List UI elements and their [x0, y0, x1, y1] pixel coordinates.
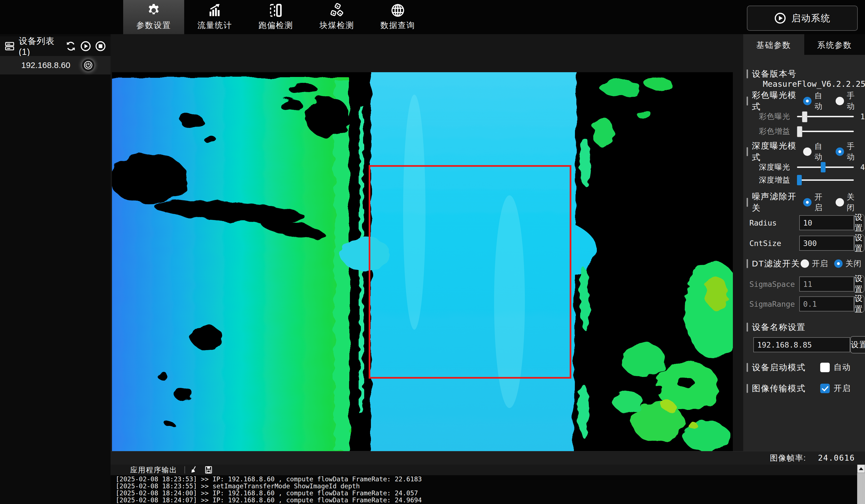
deviation-icon — [268, 3, 283, 17]
section-heading: 设备名称设置 — [747, 321, 806, 333]
slider-value: 400 — [858, 163, 865, 172]
radio-noise-on[interactable] — [803, 198, 811, 207]
slider-handle[interactable] — [821, 162, 826, 172]
slider-label: 深度曝光 — [759, 162, 793, 172]
transfer-mode-row: 图像传输模式 开启 — [747, 382, 862, 395]
toolbar-tab-label: 块煤检测 — [320, 20, 354, 31]
dt-filter-row: DT滤波开关 开启 关闭 — [747, 257, 862, 270]
device-power-button[interactable] — [82, 59, 94, 71]
color-exposure-mode-group: 自动 手动 — [803, 90, 862, 112]
radio-depth-manual[interactable] — [835, 148, 844, 156]
depth-exposure-mode-row: 深度曝光模式 自动 手动 — [747, 145, 862, 158]
color-exposure-slider[interactable] — [797, 111, 854, 122]
toolbar-tab-coal-detect[interactable]: 块煤检测 — [306, 0, 367, 34]
radio-label: 手动 — [847, 90, 862, 112]
radius-input[interactable] — [799, 215, 854, 230]
log-line: [2025-02-08 18:24:07] >> IP: 192.168.8.6… — [116, 497, 854, 504]
device-row[interactable]: 192.168.8.60 — [0, 56, 111, 74]
section-heading: 彩色曝光模式 — [747, 90, 803, 113]
save-icon — [204, 466, 213, 474]
sigma-space-set-button[interactable]: 设置 — [854, 276, 864, 293]
noise-filter-row: 噪声滤除开关 开启 关闭 — [747, 196, 862, 209]
device-ip: 192.168.8.60 — [21, 60, 70, 70]
depth-map-image[interactable] — [112, 72, 733, 451]
color-exposure-row: 彩色曝光 100 — [747, 110, 865, 122]
depth-exposure-mode-group: 自动 手动 — [803, 141, 862, 162]
slider-track — [797, 131, 854, 132]
slider-value: 100 — [858, 112, 865, 121]
device-list-header: 设备列表(1) — [0, 36, 111, 56]
device-name-input[interactable] — [753, 337, 850, 352]
device-version-row: MeasureFlow_V6.2.2.250207 — [747, 78, 862, 90]
radio-label: 手动 — [847, 141, 862, 162]
param-label: CntSize — [749, 239, 799, 248]
cntsize-input[interactable] — [799, 236, 854, 251]
console-header: 应用程序输出 — [111, 465, 865, 475]
toolbar-tab-param-settings[interactable]: 参数设置 — [123, 0, 184, 34]
sigma-range-set-button[interactable]: 设置 — [854, 295, 864, 313]
broom-icon — [190, 466, 198, 474]
transfer-mode-checkbox[interactable] — [820, 384, 830, 393]
stop-device-button[interactable] — [94, 40, 107, 52]
refresh-devices-button[interactable] — [65, 40, 77, 52]
color-gain-slider[interactable] — [797, 126, 854, 137]
divider — [184, 466, 185, 473]
slider-handle[interactable] — [797, 126, 802, 137]
dt-filter-group: 开启 关闭 — [800, 258, 862, 269]
globe-icon — [391, 3, 405, 17]
sigma-range-input[interactable] — [799, 296, 854, 312]
clear-log-button[interactable] — [188, 465, 199, 474]
boot-mode-checkbox[interactable] — [820, 363, 830, 372]
device-version-value: MeasureFlow_V6.2.2.250207 — [747, 79, 865, 89]
toolbar-tab-flow-stats[interactable]: 流量统计 — [184, 0, 245, 34]
radio-color-auto[interactable] — [803, 97, 811, 105]
noise-filter-group: 开启 关闭 — [803, 192, 862, 213]
param-label: Radius — [749, 219, 799, 227]
save-log-button[interactable] — [203, 465, 214, 474]
device-sidebar: 设备列表(1) — [0, 34, 111, 504]
slider-label: 彩色增益 — [759, 126, 793, 136]
radio-color-manual[interactable] — [835, 97, 844, 105]
bar-chart-icon — [207, 3, 222, 17]
toolbar-tab-label: 数据查询 — [380, 20, 415, 31]
tab-basic-params[interactable]: 基础参数 — [743, 34, 804, 55]
checkbox-label: 开启 — [834, 383, 851, 394]
start-device-button[interactable] — [80, 40, 92, 52]
toolbar-tab-deviation-detect[interactable]: 跑偏检测 — [245, 0, 306, 34]
log-line: [2025-02-08 18:23:55] >> setImageTransfe… — [116, 483, 854, 490]
device-name-set-button[interactable]: 设置 — [850, 336, 865, 353]
radio-label: 开启 — [814, 192, 829, 213]
radius-row: Radius 设置 — [747, 214, 864, 232]
sigma-range-row: SigmaRange 设置 — [747, 295, 864, 313]
start-system-button[interactable]: 启动系统 — [747, 5, 858, 31]
depth-gain-slider[interactable] — [797, 174, 854, 186]
radio-dt-on[interactable] — [800, 259, 809, 268]
play-circle-icon — [80, 40, 91, 52]
cntsize-set-button[interactable]: 设置 — [854, 235, 864, 252]
depth-exposure-slider[interactable] — [797, 162, 854, 173]
tab-label: 系统参数 — [817, 40, 852, 51]
radio-depth-auto[interactable] — [803, 148, 811, 156]
top-toolbar: 参数设置 流量统计 跑偏检测 — [0, 0, 865, 34]
slider-handle[interactable] — [802, 112, 807, 122]
toolbar-tab-label: 跑偏检测 — [258, 20, 293, 31]
slider-handle[interactable] — [797, 175, 802, 185]
console-scrollbar[interactable] — [857, 465, 865, 504]
radius-set-button[interactable]: 设置 — [854, 214, 864, 232]
panel-tab-bar: 基础参数 系统参数 — [743, 34, 865, 55]
tab-system-params[interactable]: 系统参数 — [804, 34, 865, 55]
sigma-space-input[interactable] — [799, 277, 854, 292]
start-system-label: 启动系统 — [792, 12, 831, 25]
slider-value: 16 — [858, 127, 865, 136]
console-log: [2025-02-08 18:23:53] >> IP: 192.168.8.6… — [116, 476, 854, 504]
tab-label: 基础参数 — [757, 40, 791, 51]
toolbar-tab-label: 流量统计 — [197, 20, 232, 31]
gear-icon — [147, 3, 161, 17]
toolbar-tab-data-query[interactable]: 数据查询 — [367, 0, 428, 34]
radio-noise-off[interactable] — [835, 198, 844, 207]
status-bar: 图像帧率: 24.0616 — [111, 451, 865, 465]
scroll-up-button[interactable] — [857, 465, 865, 473]
section-heading: 设备启动模式 — [747, 362, 806, 373]
stop-circle-icon — [95, 40, 106, 52]
radio-dt-off[interactable] — [834, 259, 843, 268]
